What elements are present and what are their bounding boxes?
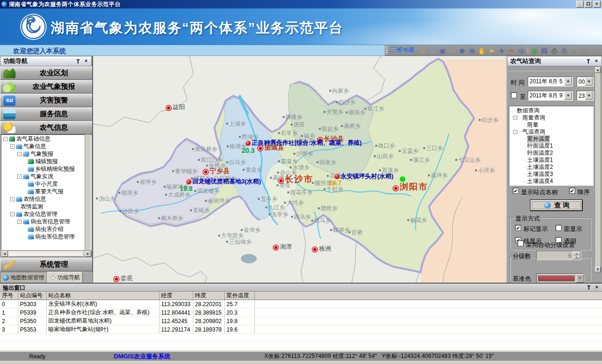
- tree-expander-icon[interactable]: -: [17, 174, 22, 179]
- center-move-icon[interactable]: ✛: [497, 46, 507, 55]
- base-color-combobox[interactable]: ▼: [536, 273, 584, 284]
- pointer-icon[interactable]: ➤: [487, 46, 497, 55]
- pin-icon[interactable]: [585, 284, 592, 291]
- hour-to-combobox[interactable]: 23▼: [577, 91, 594, 101]
- tree-item[interactable]: -农情信息: [1, 195, 91, 203]
- station-marker[interactable]: 永安镇坪头村(水稻): [334, 172, 394, 181]
- auto-grading-checkbox[interactable]: [517, 240, 523, 246]
- level-count-spinner[interactable]: 6 ▲ ▼: [536, 251, 581, 260]
- image-export-icon[interactable]: ▦: [530, 46, 539, 55]
- scroll-right-icon[interactable]: ►: [85, 251, 91, 257]
- print-icon[interactable]: ⎙: [549, 46, 559, 55]
- flip-page-icon[interactable]: ▤: [428, 46, 437, 55]
- query-tree-item[interactable]: ┈土壤温度4: [509, 178, 593, 185]
- table-row[interactable]: 2P5350回龙铺优质稻基地3(水稻)112.4524528.20980219.…: [0, 317, 602, 325]
- query-tree-item[interactable]: ┈土壤温度2: [509, 164, 593, 171]
- tree-expander-icon[interactable]: -: [17, 220, 22, 224]
- pin-icon[interactable]: [585, 58, 591, 64]
- download-icon[interactable]: ↓: [569, 46, 579, 55]
- to-checkbox[interactable]: [511, 92, 517, 98]
- query-tree-item[interactable]: ┈土壤温度1: [509, 157, 593, 164]
- green-station-dot[interactable]: [400, 176, 405, 182]
- tree-item[interactable]: -农业信息管理: [1, 210, 91, 218]
- toolbar-3d-map-button[interactable]: 三维地图: [390, 46, 415, 55]
- close-panel-icon[interactable]: ×: [83, 58, 89, 64]
- scroll-left-icon[interactable]: ◄: [1, 251, 8, 257]
- marker-display-checkbox[interactable]: ✔: [515, 225, 521, 231]
- query-tree-item[interactable]: -┈气温查询: [509, 128, 593, 135]
- full-extent-icon[interactable]: 回: [539, 46, 549, 55]
- station-marker[interactable]: 正良种养合作社(综合:水稻、蔬菜、养殖): [246, 139, 362, 147]
- spinner-up-icon[interactable]: ▲: [573, 252, 580, 255]
- brush-icon[interactable]: ✏: [507, 46, 516, 55]
- hour-from-combobox[interactable]: 00▼: [577, 77, 594, 87]
- query-tree-item[interactable]: ┈土壤温度3: [509, 171, 593, 178]
- scroll-down-icon[interactable]: ▼: [595, 267, 601, 272]
- query-tree-item[interactable]: ┈雨量: [509, 121, 593, 128]
- tree-expander-icon[interactable]: -: [17, 152, 22, 156]
- tree-expander-icon[interactable]: -: [10, 197, 15, 201]
- table-row[interactable]: 3P5353喻家坳烟叶气象站(烟叶)112.29117428.18937819.…: [0, 325, 602, 334]
- print-setup-icon[interactable]: ⎙: [559, 46, 569, 55]
- tree-item[interactable]: -气象实况: [1, 173, 91, 180]
- table-row[interactable]: 1P5339正良种养合作社(综合:水稻、蔬菜、养殖)112.80444128.3…: [0, 309, 602, 317]
- tree-item[interactable]: 中小尺度: [1, 180, 91, 188]
- tree-item[interactable]: -气象信息: [1, 142, 91, 150]
- tree-expander-icon[interactable]: -: [513, 116, 517, 120]
- identify-icon[interactable]: ◎: [516, 46, 526, 55]
- tree-item[interactable]: 病虫害介绍: [1, 225, 91, 233]
- spinner-down-icon[interactable]: ▼: [573, 255, 580, 259]
- station-marker[interactable]: 回龙铺优质稻基地3(水稻): [186, 177, 261, 186]
- query-tree-item[interactable]: -┈雨量查询: [509, 114, 593, 121]
- pan-icon[interactable]: ✋: [477, 46, 487, 55]
- map-canvas[interactable]: 西湖乡上湖乡牌楼乡唐田石常乡黑糜乡北山乡福乡沙坪乡霞凝乡回龙乡水塘乡谷山乡高塘乡…: [93, 56, 506, 283]
- query-button[interactable]: 查 询: [531, 200, 582, 211]
- query-tree-item[interactable]: ┈数据查询: [509, 107, 593, 114]
- date-to-combobox[interactable]: 2011年 8月 9▼: [528, 91, 573, 101]
- accordion-item-service-info[interactable]: 服务信息: [0, 107, 93, 121]
- query-tree-item[interactable]: ┈室外温度: [509, 135, 593, 142]
- tree-item[interactable]: 农情监测: [1, 203, 91, 210]
- accordion-item-agri-zoning[interactable]: 农业区划: [0, 66, 93, 80]
- restore-button[interactable]: 口: [585, 1, 592, 8]
- select-ellipse-icon[interactable]: ⬭: [447, 46, 457, 55]
- ruler-icon[interactable]: ▱: [418, 46, 428, 55]
- tree-item[interactable]: 病虫害信息管理: [1, 233, 91, 240]
- accordion-item-disaster-warning[interactable]: su灾害预警: [0, 94, 93, 107]
- column-header[interactable]: 序号: [0, 292, 18, 300]
- zoom-in-icon[interactable]: ⊕: [457, 46, 467, 55]
- tree-item[interactable]: 城镇预报: [1, 158, 91, 165]
- close-panel-icon[interactable]: ×: [594, 284, 600, 291]
- close-button[interactable]: ×: [593, 1, 601, 8]
- accordion-item-system-management[interactable]: 系统管理: [0, 258, 93, 271]
- tree-vertical-scrollbar[interactable]: [85, 135, 91, 250]
- column-header[interactable]: 站点名称: [46, 292, 159, 300]
- face-display-checkbox[interactable]: [555, 225, 562, 231]
- tree-item[interactable]: -农气基础信息: [1, 135, 91, 142]
- close-panel-icon[interactable]: ×: [593, 58, 600, 64]
- tree-horizontal-scrollbar[interactable]: ◄ ►: [1, 251, 92, 257]
- show-station-names-checkbox[interactable]: ✔: [513, 188, 519, 194]
- date-from-combobox[interactable]: 2011年 6月 5▼: [528, 77, 573, 87]
- accordion-item-agri-weather-forecast[interactable]: 农业气象预报: [0, 80, 93, 94]
- tree-item[interactable]: 乡镇精细化预报: [1, 165, 91, 173]
- query-tree-item[interactable]: ┈叶面温度2: [509, 150, 593, 157]
- tree-expander-icon[interactable]: -: [10, 144, 15, 149]
- column-header[interactable]: 经度: [159, 292, 193, 300]
- tree-expander-icon[interactable]: -: [10, 212, 15, 216]
- settings-icon[interactable]: ⚙: [579, 46, 589, 55]
- tab-map-data-management[interactable]: 地图数据管理: [0, 272, 47, 283]
- status-system-link[interactable]: DMGIS农业服务系统: [114, 352, 264, 361]
- column-header[interactable]: 站点编号: [18, 292, 46, 300]
- toolbar-grip[interactable]: [386, 47, 388, 55]
- zoom-out-icon[interactable]: ⊖: [467, 46, 477, 55]
- select-rect-icon[interactable]: ▣: [437, 46, 447, 55]
- column-header[interactable]: 纬度: [193, 292, 224, 300]
- panel-vertical-scrollbar[interactable]: ▲ ▼: [594, 66, 601, 273]
- scroll-up-icon[interactable]: ▲: [595, 67, 601, 73]
- query-tree-item[interactable]: ┈叶面温度1: [509, 142, 593, 150]
- tree-expander-icon[interactable]: -: [513, 130, 517, 134]
- minimize-button[interactable]: _: [576, 1, 584, 8]
- table-row[interactable]: 0P5303永安镇坪头村(水稻)113.29303328.22020125.7: [0, 300, 602, 309]
- tree-item[interactable]: 重要天气报: [1, 188, 91, 195]
